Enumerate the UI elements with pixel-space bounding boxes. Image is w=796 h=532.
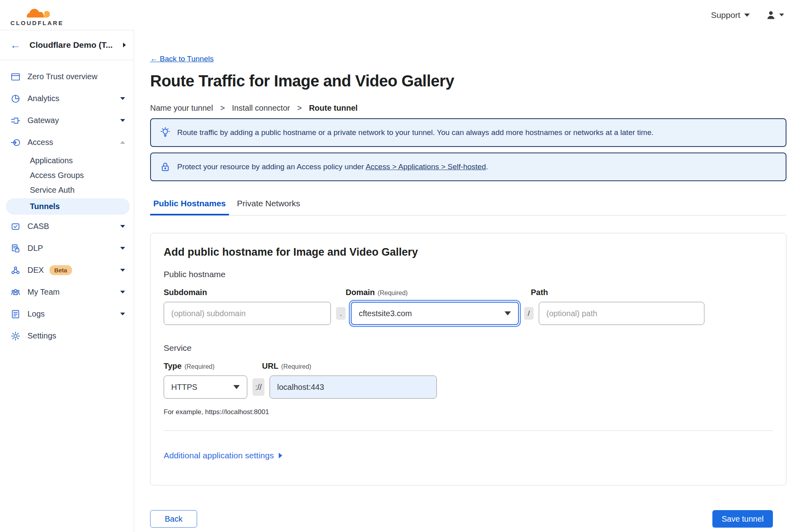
chevron-up-icon [120,141,125,144]
chevron-down-icon [120,269,125,272]
sidebar-item-analytics[interactable]: Analytics [0,88,134,110]
account-switcher: ← Cloudflare Demo (T... [0,30,134,60]
required-label: (Required) [184,363,215,370]
pie-chart-icon [10,94,21,104]
breadcrumb-step-install-connector[interactable]: Install connector [232,104,290,113]
sidebar-item-my-team[interactable]: My Team [0,281,134,303]
chevron-right-icon[interactable] [123,43,126,47]
sidebar-item-label: CASB [27,222,49,231]
chevron-down-icon [120,119,125,122]
chevron-down-icon [120,291,125,293]
cloudflare-logo: CLOUDFLARE [7,4,67,26]
back-to-tunnels-link[interactable]: ← Back to Tunnels [150,55,213,63]
public-hostname-section-label: Public hostname [164,270,773,279]
account-name[interactable]: Cloudflare Demo (T... [29,40,123,50]
sidebar-item-label: Settings [27,331,56,340]
required-label: (Required) [377,289,408,296]
lightbulb-icon [160,127,171,138]
sidebar-item-label: Zero Trust overview [27,72,98,81]
additional-application-settings-toggle[interactable]: Additional application settings [164,451,282,460]
top-bar: CLOUDFLARE Support [0,0,796,30]
sidebar-item-service-auth[interactable]: Service Auth [0,183,134,198]
sub-item-label: Applications [30,156,73,165]
dot-separator: . [336,307,346,320]
access-applications-self-hosted-link[interactable]: Access > Applications > Self-hosted [366,162,486,171]
sidebar-item-access-groups[interactable]: Access Groups [0,168,134,183]
card-heading: Add public hostname for Image and Video … [164,246,773,258]
chevron-right-icon [279,453,282,458]
sidebar-item-zero-trust-overview[interactable]: Zero Trust overview [0,66,134,88]
service-url-input[interactable] [270,376,437,399]
breadcrumb-separator: > [297,104,302,113]
subdomain-input[interactable] [164,302,331,325]
support-label: Support [711,10,740,20]
page-title: Route Traffic for Image and Video Galler… [150,72,786,90]
sidebar-item-label: DEX [27,266,44,275]
user-account-menu[interactable] [766,10,784,20]
chevron-down-icon [233,385,240,389]
path-input[interactable] [539,302,704,325]
slash-separator: / [524,307,534,320]
domain-label: Domain [346,288,375,297]
chevron-down-icon [120,225,125,228]
public-hostname-card: Add public hostname for Image and Video … [150,233,786,485]
domain-select-value: cftestsite3.com [359,309,412,318]
url-example-helper: For example, https://localhost:8001 [164,408,773,416]
banner-text: Route traffic by adding a public hostnam… [177,128,653,137]
sidebar-item-applications[interactable]: Applications [0,153,134,168]
back-arrow-icon[interactable]: ← [10,40,21,51]
dlp-icon [10,243,21,254]
sidebar-item-logs[interactable]: Logs [0,303,134,325]
sub-item-label: Service Auth [30,186,74,195]
support-menu[interactable]: Support [711,10,750,20]
sidebar-item-label: Gateway [27,116,59,125]
cloudflare-wordmark: CLOUDFLARE [10,20,63,26]
chevron-down-icon [120,247,125,250]
card-divider [164,430,773,431]
banner-text: Protect your resource by adding an Acces… [177,162,488,171]
sidebar-item-label: My Team [27,288,60,297]
sidebar-item-label: Analytics [27,94,59,103]
sidebar-item-tunnels[interactable]: Tunnels [6,198,130,215]
type-label: Type [164,362,182,370]
tab-public-hostnames[interactable]: Public Hostnames [150,199,229,215]
service-section-label: Service [164,343,773,353]
dex-icon [10,265,21,276]
sidebar-item-dlp[interactable]: DLP [0,237,134,259]
service-type-select[interactable]: HTTPS [164,376,247,399]
save-tunnel-button[interactable]: Save tunnel [712,510,773,528]
sidebar-item-settings[interactable]: Settings [0,325,134,347]
domain-select[interactable]: cftestsite3.com [351,302,519,325]
tab-private-networks[interactable]: Private Networks [234,199,303,215]
required-label: (Required) [281,363,311,370]
service-type-value: HTTPS [171,383,198,392]
info-banner-access-policy: Protect your resource by adding an Acces… [150,153,786,181]
subdomain-label: Subdomain [164,288,207,297]
sidebar-item-label: DLP [27,244,43,253]
sub-item-label: Tunnels [30,202,60,211]
user-icon [766,10,776,20]
lock-icon [160,161,171,172]
gear-icon [10,331,21,341]
sidebar: ← Cloudflare Demo (T... Zero Trust overv… [0,30,134,532]
sidebar-item-label: Logs [27,309,45,319]
sidebar-item-dex[interactable]: DEX Beta [0,259,134,281]
chevron-down-icon [120,97,125,100]
team-icon [10,287,21,297]
back-button[interactable]: Back [150,510,197,528]
chevron-down-icon [120,313,125,315]
scheme-separator: :// [252,378,264,396]
chevron-down-icon [779,14,784,16]
sidebar-item-casb[interactable]: CASB [0,215,134,237]
main-content: ← Back to Tunnels Route Traffic for Imag… [134,30,796,532]
breadcrumb-step-name-your-tunnel[interactable]: Name your tunnel [150,104,213,113]
breadcrumb-step-route-tunnel: Route tunnel [309,104,358,113]
sidebar-item-gateway[interactable]: Gateway [0,110,134,131]
window-icon [10,72,21,82]
sidebar-item-access[interactable]: Access [0,131,134,153]
chevron-down-icon [744,14,750,17]
casb-icon [10,221,21,232]
beta-badge: Beta [49,265,72,275]
cloudflare-cloud-icon [24,6,50,19]
breadcrumb-separator: > [220,104,225,113]
